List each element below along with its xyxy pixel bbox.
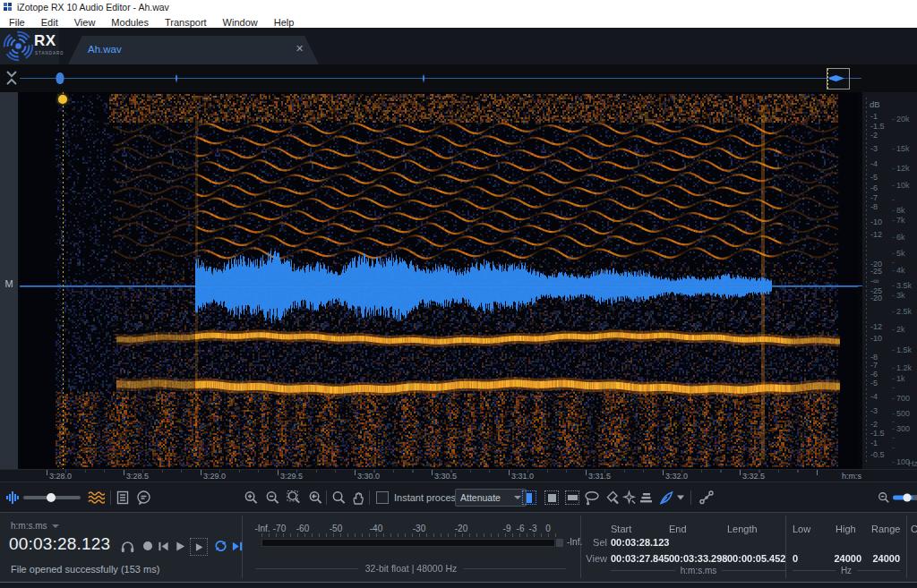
hand-tool-icon[interactable] [350,490,366,506]
high-freq-value[interactable]: 24000 [822,553,861,564]
meter-scale-label: -Inf. [254,524,270,533]
playhead-handle[interactable] [58,95,67,104]
spectrogram-view-icon[interactable] [88,490,105,505]
low-freq-value[interactable]: 0 [793,553,798,564]
magnify-tool-icon[interactable] [331,490,347,506]
overview-waveform-blip [176,74,178,83]
waveform-centerline [20,285,869,286]
freq-scale-label: 15k [896,144,910,153]
freq-scale-tick: - [892,206,895,215]
db-scale-label: -25 [870,267,882,276]
db-scale-label: -4 [870,392,878,401]
lasso-tool-icon[interactable] [584,490,600,506]
freq-scale-tick: - [892,249,895,258]
zoom-selection-icon[interactable] [287,490,303,506]
overview-waveform-blip [423,74,425,83]
view-length-value[interactable]: 00:00:05.452 [727,553,785,564]
adjust-levels-icon[interactable] [639,491,653,504]
db-scale-label: -5 [870,173,878,182]
ruler-tick [432,470,433,475]
time-ruler[interactable]: h:m:s 3:28.03:28.53:29.03:29.53:30.03:30… [0,469,917,482]
tab-close-icon[interactable]: ✕ [296,43,304,55]
go-to-start-button[interactable] [158,538,169,554]
meter-clip-indicator[interactable] [556,539,563,547]
view-row-label: View [582,553,607,564]
freq-scale-label: 1.5k [896,345,912,354]
comment-icon[interactable] [136,490,151,506]
meter-scale-label: -50 [330,524,342,533]
view-start-value[interactable]: 00:03:27.845 [611,553,669,564]
app-icon [4,3,12,11]
freq-scale-tick: - [892,181,895,190]
process-mode-dropdown[interactable]: Attenuate [455,489,527,507]
playhead-time-display[interactable]: 00:03:28.123 [9,534,110,554]
db-scale-label: -6 [870,183,878,192]
collapse-overview-icon[interactable] [4,70,19,86]
window-title: iZotope RX 10 Audio Editor - Ah.wav [17,1,169,13]
logo-text: RX [34,32,56,50]
play-to-end-button[interactable] [231,538,244,554]
time-format-dropdown-icon[interactable] [52,524,59,528]
ruler-tick [124,470,124,475]
ruler-tick [278,470,279,475]
tool-options-triangle-icon[interactable] [677,496,684,500]
h-zoom-out-icon[interactable] [878,491,890,504]
waveform-view-icon[interactable] [6,490,20,505]
feather-pen-tool-icon[interactable] [658,490,674,506]
overview-bar[interactable] [0,64,917,92]
col-low-header: Low [793,524,810,534]
brush-tool-icon[interactable] [604,490,620,506]
db-scale-label: -2 [870,131,878,140]
ruler-label: 3:30.0 [357,472,380,481]
zoom-in-icon[interactable] [244,490,259,506]
loop-playback-button[interactable] [213,538,228,554]
channel-strip[interactable]: M [0,92,18,469]
time-freq-selection-tool[interactable] [544,490,559,505]
info-panel: Start End Length Low High Range C Sel 00… [580,513,917,583]
spectrogram-canvas[interactable] [20,92,858,469]
time-format-label[interactable]: h:m:s.ms [11,521,47,531]
monitor-headphones-icon[interactable] [120,538,135,554]
zoom-out-icon[interactable] [265,490,280,506]
blend-slider-thumb[interactable] [47,493,56,502]
curve-node-tool-icon[interactable] [698,490,715,506]
ruler-label: 3:31.5 [588,472,611,481]
h-zoom-slider-rest [913,496,917,500]
ruler-unit-label: h:m:s [842,472,861,481]
range-freq-value[interactable]: 24000 [861,553,900,564]
overview-view-range[interactable] [827,68,850,89]
instant-process-checkbox[interactable] [376,491,389,504]
db-scale-label: -8 [870,202,878,211]
zoom-back-icon[interactable] [308,490,323,506]
view-end-value[interactable]: 00:03:33.298 [669,553,727,564]
magic-wand-tool-icon[interactable] [621,490,637,506]
ruler-tick [201,470,201,475]
chevron-down-icon [514,496,521,499]
ruler-label: 3:32.0 [665,472,688,481]
db-scale-label: -7 [870,361,878,370]
freq-scale-label: 7k [896,216,905,225]
play-selection-button[interactable] [190,538,208,556]
play-button[interactable] [175,538,186,554]
freq-scale-label: 500 [896,409,910,418]
freq-scale-tick: - [892,266,895,275]
ruler-tick [47,470,47,475]
meter-scale-label: -30 [413,524,425,533]
freq-scale-tick: - [892,383,895,392]
db-scale-label: -1 [870,439,878,447]
db-scale-label: -10 [870,217,882,226]
sel-start-value[interactable]: 00:03:28.123 [611,537,669,548]
overview-waveform-blip [56,72,64,84]
db-scale-label: -1 [870,112,878,121]
freq-scale-tick: - [892,443,895,452]
overview-waveform-line [20,78,861,79]
time-selection-tool[interactable] [522,490,536,505]
record-button[interactable] [142,538,153,554]
freq-selection-tool[interactable] [565,490,579,505]
tab-ahwav[interactable]: Ah.wav ✕ [68,36,319,64]
ruler-label: 3:29.5 [280,472,303,481]
event-list-icon[interactable] [116,490,129,505]
h-zoom-slider-thumb[interactable] [904,494,912,502]
db-scale-label: -3 [870,144,878,153]
editor-stage: M dB Hz -1-1.5-2-3-4-5-6-7-8-10-12-20-25… [0,92,917,481]
